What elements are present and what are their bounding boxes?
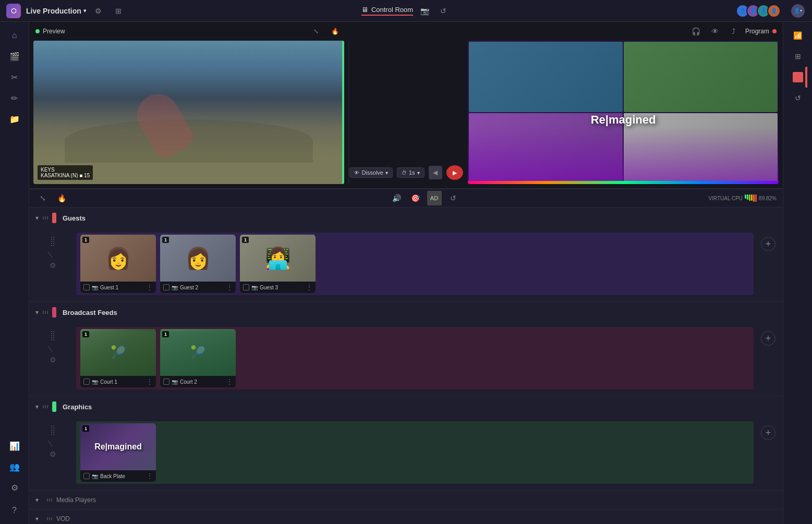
broadcast-gear-icon[interactable]: ⚙ bbox=[50, 356, 56, 364]
court1-cam-icon: 📷 bbox=[92, 379, 98, 385]
dissolve-btn[interactable]: 👁 Dissolve ▾ bbox=[349, 167, 393, 178]
refresh-icon[interactable]: ↺ bbox=[436, 4, 451, 18]
user-avatar[interactable]: 👤▾ bbox=[790, 3, 806, 19]
volume-icon[interactable]: 🔊 bbox=[390, 191, 404, 205]
guest1-cam-icon: 📷 bbox=[92, 285, 98, 290]
vod-drag[interactable] bbox=[47, 517, 52, 520]
sync-icon[interactable]: ↺ bbox=[446, 191, 460, 205]
backplate-name: Back Plate bbox=[100, 473, 144, 479]
graphics-chevron[interactable]: ▾ bbox=[35, 403, 39, 410]
app-icon: ⬡ bbox=[6, 4, 21, 18]
right-layout-icon[interactable]: ⊞ bbox=[789, 47, 807, 66]
preview-video: KEYS KASATKINA (N) ■ 15 bbox=[33, 41, 344, 184]
guest2-card[interactable]: 👩 1 📷 Guest 2 ⋮ bbox=[160, 235, 236, 293]
sidebar-item-media[interactable]: 📁 bbox=[5, 109, 24, 128]
backplate-menu[interactable]: ⋮ bbox=[147, 472, 153, 480]
sidebar-item-graphics[interactable]: ✏ bbox=[5, 89, 24, 107]
vod-chevron[interactable]: ▾ bbox=[35, 515, 39, 522]
guest3-card[interactable]: 👩‍💻 1 📷 Guest 3 ⋮ bbox=[240, 235, 316, 293]
guest1-card[interactable]: 👩 1 📷 Guest 1 ⋮ bbox=[80, 235, 156, 293]
ad-icon[interactable]: AD bbox=[427, 191, 442, 205]
preview-dot bbox=[35, 29, 40, 33]
program-share-icon[interactable]: ⤴ bbox=[726, 24, 741, 39]
app-title[interactable]: Live Production ▾ bbox=[26, 7, 86, 15]
preview-fire-icon[interactable]: 🔥 bbox=[328, 24, 342, 39]
program-headphone-icon[interactable]: 🎧 bbox=[689, 24, 704, 39]
vod-group[interactable]: ▾ VOD bbox=[29, 509, 783, 524]
graphics-drag-handle[interactable] bbox=[49, 423, 56, 437]
preview-expand-icon[interactable]: ⤡ bbox=[309, 24, 323, 39]
sidebar-item-analytics[interactable]: 📊 bbox=[5, 436, 24, 455]
media-players-drag[interactable] bbox=[47, 498, 52, 502]
fire-icon[interactable]: 🔥 bbox=[54, 191, 69, 205]
toolbar: ⤡ 🔥 🔊 🎯 AD ↺ VIRTUAL CPU 89.82% bbox=[29, 189, 783, 208]
sidebar: ⌂ 🎬 ✂ ✏ 📁 📊 👥 ⚙ ? bbox=[0, 22, 29, 524]
right-refresh-icon[interactable]: ↺ bbox=[789, 89, 807, 107]
broadcast-chevron[interactable]: ▾ bbox=[35, 309, 39, 316]
monitor-icon: 🖥 bbox=[361, 6, 368, 14]
backplate-cam-icon: 📷 bbox=[92, 473, 98, 479]
sidebar-item-home[interactable]: ⌂ bbox=[5, 26, 24, 45]
guest2-cam-icon: 📷 bbox=[172, 285, 178, 290]
crosshair-icon[interactable]: 🎯 bbox=[408, 191, 423, 205]
guests-gear-icon[interactable]: ⚙ bbox=[50, 261, 56, 270]
layout-icon[interactable]: ⊞ bbox=[111, 4, 126, 18]
court1-checkbox[interactable] bbox=[83, 379, 90, 385]
graphics-title: Graphics bbox=[63, 403, 777, 411]
title-chevron[interactable]: ▾ bbox=[83, 8, 86, 14]
media-players-group[interactable]: ▾ Media Players bbox=[29, 491, 783, 509]
guest1-checkbox[interactable] bbox=[83, 284, 90, 290]
court1-name: Court 1 bbox=[100, 379, 144, 385]
score-kasatkina: KASATKINA (N) ■ 15 bbox=[41, 173, 90, 178]
program-monitor: 🎧 👁 ⤴ Program bbox=[464, 22, 783, 188]
backplate-checkbox[interactable] bbox=[83, 473, 90, 479]
program-dot bbox=[772, 29, 777, 33]
court1-menu[interactable]: ⋮ bbox=[147, 378, 153, 385]
court1-card[interactable]: 🎾 1 📷 Court 1 ⋮ bbox=[80, 329, 156, 387]
guest1-menu[interactable]: ⋮ bbox=[147, 284, 153, 291]
cut-btn[interactable]: ▶ bbox=[446, 165, 463, 180]
sidebar-item-help[interactable]: ? bbox=[5, 501, 24, 520]
guests-header[interactable]: ▾ Guests bbox=[29, 208, 783, 228]
sidebar-item-settings[interactable]: ⚙ bbox=[5, 478, 24, 497]
guest2-checkbox[interactable] bbox=[163, 284, 169, 290]
graphics-header[interactable]: ▾ Graphics bbox=[29, 396, 783, 417]
media-players-chevron[interactable]: ▾ bbox=[35, 496, 39, 504]
guest2-menu[interactable]: ⋮ bbox=[226, 284, 233, 291]
duration-btn[interactable]: ⏱ 1s ▾ bbox=[397, 167, 425, 178]
guests-title: Guests bbox=[63, 214, 777, 222]
guest3-badge: 1 bbox=[242, 237, 249, 243]
guest3-menu[interactable]: ⋮ bbox=[306, 284, 312, 291]
broadcast-drag-handle[interactable] bbox=[49, 329, 56, 343]
sources-panel: ▾ Guests bbox=[29, 208, 783, 524]
guest3-checkbox[interactable] bbox=[243, 284, 249, 290]
court2-checkbox[interactable] bbox=[163, 379, 169, 385]
graphics-color-bar bbox=[52, 401, 56, 412]
sidebar-item-productions[interactable]: 🎬 bbox=[5, 47, 24, 66]
court2-menu[interactable]: ⋮ bbox=[226, 378, 233, 385]
broadcast-group: ▾ Broadcast Feeds bbox=[29, 302, 783, 396]
control-room-btn[interactable]: 🖥 Control Room bbox=[361, 6, 413, 16]
score-keys: KEYS bbox=[41, 167, 90, 173]
settings-icon[interactable]: ⚙ bbox=[91, 4, 106, 18]
court2-card[interactable]: 🎾 1 📷 Court 2 ⋮ bbox=[160, 329, 236, 387]
guests-chevron[interactable]: ▾ bbox=[35, 214, 39, 222]
program-eye-icon[interactable]: 👁 bbox=[708, 24, 722, 39]
cpu-indicator: VIRTUAL CPU 89.82% bbox=[709, 194, 777, 202]
graphics-gear-icon[interactable]: ⚙ bbox=[50, 450, 56, 458]
broadcast-header[interactable]: ▾ Broadcast Feeds bbox=[29, 302, 783, 323]
graphics-add-btn[interactable]: + bbox=[761, 425, 775, 440]
broadcast-add-btn[interactable]: + bbox=[761, 331, 775, 346]
fullscreen-icon[interactable]: ⤡ bbox=[35, 191, 50, 205]
backplate-card[interactable]: Re|magined 1 📷 Back Plate ⋮ bbox=[80, 423, 156, 482]
right-wifi-icon[interactable]: 📶 bbox=[789, 26, 807, 45]
camera-icon[interactable]: 📷 bbox=[417, 4, 432, 18]
preview-monitor: Preview ⤡ 🔥 KEYS bbox=[29, 22, 348, 188]
guests-drag-handle[interactable] bbox=[49, 235, 56, 248]
guests-add-btn[interactable]: + bbox=[761, 237, 775, 251]
sidebar-item-editor[interactable]: ✂ bbox=[5, 68, 24, 87]
sidebar-item-team[interactable]: 👥 bbox=[5, 457, 24, 476]
court2-name: Court 2 bbox=[180, 379, 224, 385]
prev-btn[interactable]: ◀ bbox=[429, 166, 442, 179]
guest3-cam-icon: 📷 bbox=[251, 285, 258, 290]
